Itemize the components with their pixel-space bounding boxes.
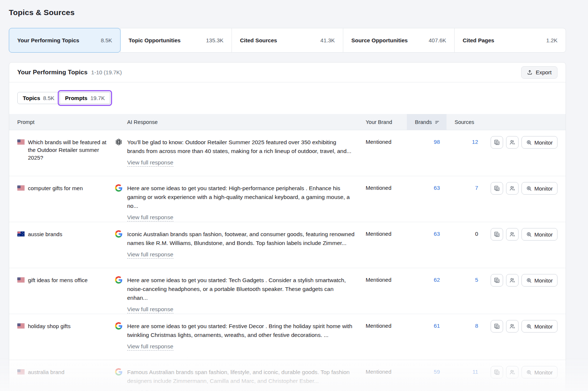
monitor-button[interactable]: Monitor	[521, 182, 557, 195]
monitor-label: Monitor	[534, 323, 553, 330]
copy-response-button[interactable]	[491, 136, 503, 149]
view-brands-button[interactable]	[506, 320, 519, 333]
your-brand-status: Mentioned	[366, 185, 391, 191]
page: Topics & Sources Your Performing Topics …	[0, 0, 588, 391]
table-row: aussie brands Iconic Australian brands s…	[9, 222, 566, 268]
prompts-toggle-count: 19.7K	[90, 95, 105, 101]
view-full-response-link[interactable]: View full response	[127, 389, 173, 391]
copy-response-icon	[494, 369, 500, 375]
sources-count-link[interactable]: 11	[472, 369, 478, 375]
monitor-label: Monitor	[534, 369, 553, 376]
prompts-toggle-label: Prompts	[65, 95, 87, 101]
column-header-sources: Sources	[447, 114, 483, 130]
monitor-magnifier-icon	[526, 370, 532, 375]
view-brands-button[interactable]	[506, 228, 519, 241]
prompts-toggle-button[interactable]: Prompts 19.7K	[60, 92, 110, 104]
page-title: Topics & Sources	[9, 8, 588, 17]
your-brand-status: Mentioned	[366, 323, 391, 329]
view-full-response-link[interactable]: View full response	[127, 214, 173, 221]
annotation-highlight: Prompts 19.7K	[58, 90, 112, 106]
tab-count: 1.2K	[546, 37, 557, 43]
monitor-button[interactable]: Monitor	[521, 274, 557, 287]
people-icon	[509, 323, 515, 329]
google-icon	[115, 230, 122, 238]
export-button[interactable]: Export	[521, 66, 557, 79]
brands-count-link[interactable]: 63	[434, 231, 440, 237]
tab-label: Cited Sources	[240, 37, 277, 43]
topics-toggle-label: Topics	[23, 95, 40, 101]
view-brands-button[interactable]	[506, 366, 519, 378]
column-header-ai-response: AI Response	[115, 114, 358, 130]
column-header-prompt: Prompt	[9, 114, 115, 130]
google-icon	[115, 322, 122, 330]
monitor-magnifier-icon	[526, 186, 532, 191]
table-header: Prompt AI Response Your Brand Brands Sou…	[9, 114, 566, 130]
copy-response-button[interactable]	[491, 320, 503, 333]
ai-response-text: Here are some ideas to get you started: …	[127, 276, 355, 302]
monitor-magnifier-icon	[526, 140, 532, 145]
brands-count-link[interactable]: 61	[434, 323, 440, 329]
us-flag-icon	[17, 139, 25, 145]
monitor-button[interactable]: Monitor	[521, 320, 557, 333]
people-icon	[509, 139, 515, 145]
column-header-brands[interactable]: Brands	[407, 114, 447, 130]
tab-count: 407.6K	[429, 37, 446, 43]
monitor-label: Monitor	[534, 139, 553, 146]
monitor-label: Monitor	[534, 185, 553, 192]
people-icon	[509, 185, 515, 191]
brands-count-link[interactable]: 98	[434, 139, 440, 145]
brands-count-link[interactable]: 62	[434, 277, 440, 283]
us-flag-icon	[17, 277, 25, 282]
tab-label: Your Performing Topics	[17, 37, 79, 43]
table-row: holiday shop gifts Here are some ideas t…	[9, 314, 566, 360]
performing-topics-panel: Your Performing Topics 1-10 (19.7K) Expo…	[9, 62, 566, 391]
view-full-response-link[interactable]: View full response	[127, 306, 173, 313]
people-icon	[509, 277, 515, 283]
sources-count-link[interactable]: 8	[475, 323, 478, 329]
view-full-response-link[interactable]: View full response	[127, 251, 173, 259]
your-brand-status: Mentioned	[366, 369, 391, 375]
tab-count: 8.5K	[101, 37, 112, 43]
monitor-button[interactable]: Monitor	[521, 136, 557, 149]
tab-your-performing-topics[interactable]: Your Performing Topics 8.5K	[9, 28, 121, 53]
copy-response-button[interactable]	[491, 274, 503, 287]
monitor-button[interactable]: Monitor	[521, 228, 557, 241]
sources-count-link[interactable]: 12	[472, 139, 478, 145]
google-icon	[115, 276, 122, 284]
copy-response-icon	[494, 185, 500, 191]
prompt-text: gift ideas for mens office	[28, 276, 87, 284]
prompt-text: holiday shop gifts	[28, 322, 71, 330]
view-brands-button[interactable]	[506, 274, 519, 287]
tab-topic-opportunities[interactable]: Topic Opportunities 135.3K	[120, 28, 232, 53]
your-brand-status: Mentioned	[366, 231, 391, 237]
ai-response-text: Here are some ideas to get you started: …	[127, 322, 355, 340]
view-brands-button[interactable]	[506, 182, 519, 195]
sources-count-link[interactable]: 5	[475, 277, 478, 283]
copy-response-button[interactable]	[491, 366, 503, 378]
tab-cited-pages[interactable]: Cited Pages 1.2K	[454, 28, 566, 53]
view-brands-button[interactable]	[506, 136, 519, 149]
copy-response-button[interactable]	[491, 182, 503, 195]
table-row: Which brands will be featured at the Out…	[9, 130, 566, 176]
ai-response-text: Here are some ideas to get you started: …	[127, 184, 355, 210]
column-header-actions	[483, 114, 566, 130]
ai-response-text: Famous Australian brands span fashion, l…	[127, 368, 355, 385]
brands-count-link[interactable]: 63	[434, 185, 440, 191]
view-full-response-link[interactable]: View full response	[127, 343, 173, 351]
tab-cited-sources[interactable]: Cited Sources 41.3K	[232, 28, 343, 53]
sources-count-link[interactable]: 7	[475, 185, 478, 191]
copy-response-button[interactable]	[491, 228, 503, 241]
prompt-text: Which brands will be featured at the Out…	[28, 138, 108, 161]
google-icon	[115, 184, 122, 192]
people-icon	[509, 369, 515, 375]
monitor-button[interactable]: Monitor	[521, 366, 557, 378]
view-full-response-link[interactable]: View full response	[127, 159, 173, 167]
panel-range: 1-10 (19.7K)	[91, 69, 122, 75]
tab-source-opportunities[interactable]: Source Opportunities 407.6K	[343, 28, 455, 53]
your-brand-status: Mentioned	[366, 277, 391, 283]
us-flag-icon	[17, 185, 25, 191]
topics-toggle-button[interactable]: Topics 8.5K	[17, 92, 60, 104]
your-brand-status: Mentioned	[366, 139, 391, 145]
us-flag-icon	[17, 369, 25, 374]
brands-count-link[interactable]: 59	[434, 369, 440, 375]
